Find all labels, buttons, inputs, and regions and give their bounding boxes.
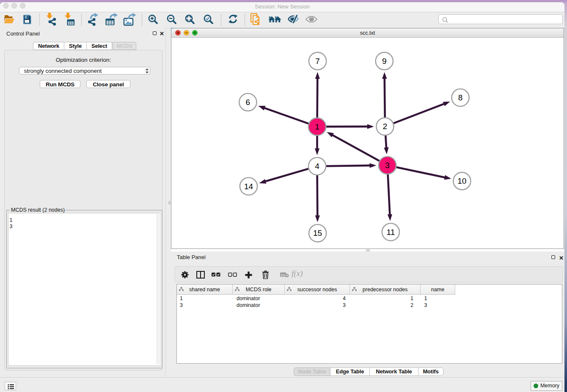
svg-text:3: 3 [385,161,390,170]
svg-text:6: 6 [246,98,250,107]
svg-text:2: 2 [383,122,388,131]
svg-text:7: 7 [315,57,320,66]
svg-text:4: 4 [315,162,319,171]
svg-text:8: 8 [458,93,463,102]
svg-text:1: 1 [315,122,319,131]
svg-text:15: 15 [313,229,322,237]
svg-text:11: 11 [387,228,395,237]
svg-text:14: 14 [244,182,253,191]
svg-text:9: 9 [382,57,387,66]
svg-text:10: 10 [457,177,466,185]
